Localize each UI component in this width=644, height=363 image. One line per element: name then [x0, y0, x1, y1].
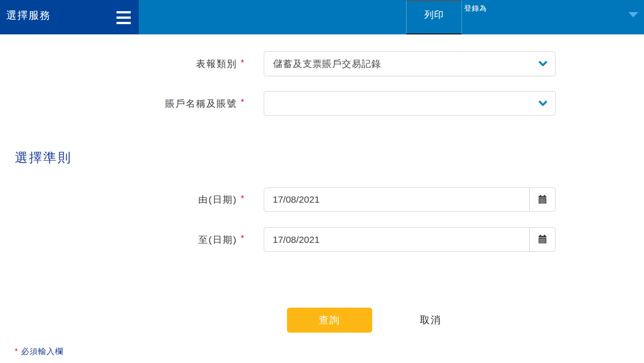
- to-date-calendar-button[interactable]: [529, 228, 555, 251]
- account-label: 賬戶名稱及賬號*: [0, 91, 244, 116]
- required-asterisk: *: [241, 193, 244, 204]
- required-asterisk: *: [241, 97, 244, 107]
- user-menu-caret-down-icon[interactable]: [628, 12, 638, 17]
- from-date-calendar-button[interactable]: [529, 188, 555, 211]
- calendar-icon: [537, 234, 548, 245]
- to-date-input[interactable]: [264, 228, 529, 251]
- to-date-field: [264, 227, 556, 252]
- service-menu-bar: 選擇服務: [0, 0, 139, 34]
- from-date-label: 由(日期)*: [0, 188, 244, 212]
- report-type-select[interactable]: 儲蓄及支票賬戶交易記錄: [264, 51, 556, 76]
- required-field-note-text: 必須輸入欄: [21, 347, 63, 356]
- report-type-value: 儲蓄及支票賬戶交易記錄: [273, 58, 381, 70]
- required-asterisk: *: [15, 347, 18, 356]
- from-date-input[interactable]: [264, 188, 529, 211]
- login-as-label: 登錄為: [464, 4, 487, 13]
- required-field-note: *必須輸入欄: [15, 346, 63, 357]
- from-date-field: [264, 188, 556, 212]
- service-menu-label: 選擇服務: [6, 8, 51, 22]
- account-select[interactable]: [264, 91, 556, 116]
- top-header-bar: [139, 0, 644, 34]
- calendar-icon: [537, 195, 548, 205]
- report-type-label: 表報類別*: [0, 51, 244, 76]
- selection-criteria-heading: 選擇準則: [15, 149, 72, 167]
- required-asterisk: *: [241, 58, 244, 68]
- cancel-button[interactable]: 取消: [402, 308, 460, 333]
- to-date-label: 至(日期)*: [0, 227, 244, 252]
- app-screen: 選擇服務 列印 登錄為 表報類別* 儲蓄及支票賬戶交易記錄 賬戶名稱及賬號* 選…: [0, 0, 644, 363]
- search-button[interactable]: 查詢: [287, 308, 372, 333]
- print-button[interactable]: 列印: [406, 0, 462, 34]
- required-asterisk: *: [241, 233, 244, 243]
- chevron-down-icon: [539, 61, 547, 67]
- chevron-down-icon: [539, 100, 547, 106]
- hamburger-menu-icon[interactable]: [116, 11, 131, 24]
